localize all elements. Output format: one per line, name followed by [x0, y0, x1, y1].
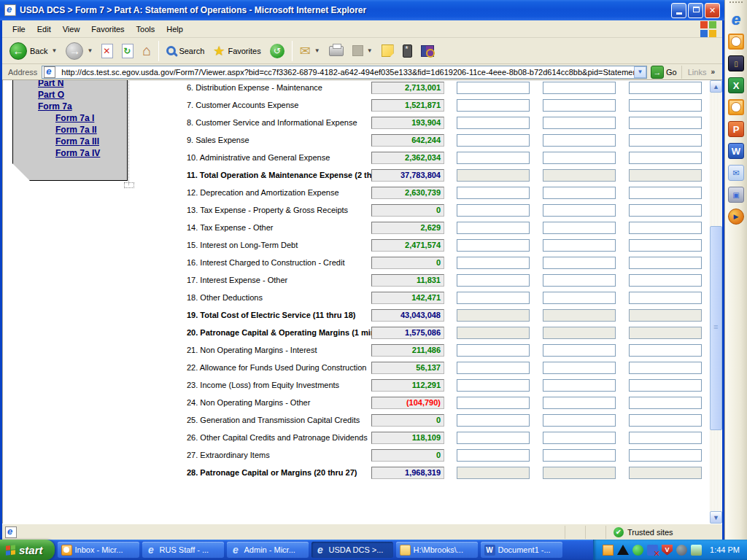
links-toolbar[interactable]: Links »: [681, 66, 721, 79]
value-field[interactable]: 1,521,871: [371, 99, 444, 112]
input-field[interactable]: [629, 362, 702, 374]
input-field[interactable]: [543, 187, 616, 199]
input-field[interactable]: [629, 82, 702, 94]
ie-icon[interactable]: e: [728, 12, 744, 28]
address-book-icon[interactable]: ▯: [728, 55, 744, 71]
input-field[interactable]: [543, 99, 616, 112]
input-field[interactable]: [543, 449, 616, 462]
value-field[interactable]: 11,831: [371, 274, 444, 287]
value-field[interactable]: 142,471: [371, 292, 444, 304]
task-button[interactable]: eRUS Staff - ...: [142, 542, 224, 558]
input-field[interactable]: [457, 344, 530, 357]
value-field[interactable]: 2,471,574: [371, 239, 444, 252]
minimize-button[interactable]: [671, 3, 686, 18]
menu-tools[interactable]: Tools: [131, 23, 161, 36]
input-field[interactable]: [629, 414, 702, 427]
input-field[interactable]: [629, 239, 702, 252]
print-button[interactable]: [325, 44, 348, 58]
clock-icon[interactable]: [728, 34, 744, 50]
input-field[interactable]: [629, 274, 702, 287]
restore-button[interactable]: [688, 3, 703, 18]
menu-edit[interactable]: Edit: [31, 23, 57, 36]
scroll-down-button[interactable]: ▼: [710, 511, 722, 524]
value-field[interactable]: 0: [371, 449, 444, 462]
update-icon[interactable]: [691, 545, 702, 556]
input-field[interactable]: [629, 292, 702, 304]
globe-icon[interactable]: [632, 545, 643, 556]
input-field[interactable]: [629, 344, 702, 357]
address-dropdown-button[interactable]: ▼: [634, 66, 646, 78]
back-button[interactable]: ← Back ▼: [5, 41, 61, 61]
input-field[interactable]: [629, 134, 702, 147]
input-field[interactable]: [543, 397, 616, 409]
input-field[interactable]: [543, 134, 616, 147]
value-field[interactable]: (104,790): [371, 397, 444, 409]
speaker-icon[interactable]: [676, 545, 687, 556]
input-field[interactable]: [543, 204, 616, 217]
input-field[interactable]: [457, 82, 530, 94]
input-field[interactable]: [457, 274, 530, 287]
input-field[interactable]: [457, 152, 530, 164]
history-button[interactable]: ↺: [266, 42, 289, 60]
scroll-thumb[interactable]: [710, 226, 722, 430]
input-field[interactable]: [543, 274, 616, 287]
input-field[interactable]: [629, 432, 702, 444]
value-field[interactable]: 642,244: [371, 134, 444, 147]
clock-icon[interactable]: [728, 99, 744, 115]
input-field[interactable]: [457, 117, 530, 129]
value-field[interactable]: 2,630,739: [371, 187, 444, 199]
word-icon[interactable]: W: [728, 143, 744, 159]
value-field[interactable]: 2,362,034: [371, 152, 444, 164]
favorites-button[interactable]: ★ Favorites: [209, 42, 265, 61]
nav-link-part-n[interactable]: Part N: [13, 80, 127, 90]
menu-file[interactable]: File: [7, 23, 31, 36]
menu-favorites[interactable]: Favorites: [85, 23, 130, 36]
value-field[interactable]: 0: [371, 414, 444, 427]
nav-link-form-7a-iii[interactable]: Form 7a III: [13, 136, 127, 148]
outlook-express-icon[interactable]: ✉: [728, 165, 744, 181]
input-field[interactable]: [457, 362, 530, 374]
network-error-icon[interactable]: [647, 545, 658, 556]
input-field[interactable]: [629, 449, 702, 462]
input-field[interactable]: [629, 379, 702, 392]
task-button[interactable]: eUSDA DCS >...: [311, 542, 393, 558]
value-field[interactable]: 0: [371, 257, 444, 269]
input-field[interactable]: [457, 449, 530, 462]
research-button[interactable]: [417, 44, 438, 58]
input-field[interactable]: [457, 397, 530, 409]
close-button[interactable]: ✕: [705, 3, 720, 18]
input-field[interactable]: [543, 432, 616, 444]
input-field[interactable]: [543, 117, 616, 129]
input-field[interactable]: [457, 239, 530, 252]
address-input[interactable]: http://dcs.test.sc.egov.usda.gov/Form7/V…: [42, 66, 647, 79]
input-field[interactable]: [457, 99, 530, 112]
input-field[interactable]: [543, 414, 616, 427]
start-button[interactable]: start: [0, 540, 55, 560]
mobile-favorite-button[interactable]: [398, 43, 417, 59]
nav-link-form-7a[interactable]: Form 7a: [13, 101, 127, 113]
input-field[interactable]: [629, 99, 702, 112]
refresh-button[interactable]: ↻: [117, 42, 138, 60]
input-field[interactable]: [543, 239, 616, 252]
nav-link-form-7a-ii[interactable]: Form 7a II: [13, 125, 127, 136]
mail-dropdown-icon[interactable]: ▼: [314, 47, 320, 54]
task-button[interactable]: WDocument1 -...: [481, 542, 562, 558]
value-field[interactable]: 37,783,804: [371, 169, 444, 182]
input-field[interactable]: [457, 204, 530, 217]
input-field[interactable]: [543, 344, 616, 357]
input-field[interactable]: [629, 117, 702, 129]
input-field[interactable]: [629, 152, 702, 164]
input-field[interactable]: [457, 257, 530, 269]
nav-link-part-o[interactable]: Part O: [13, 90, 127, 101]
back-dropdown-icon[interactable]: ▼: [51, 47, 57, 54]
edit-button[interactable]: ▼: [348, 44, 377, 58]
media-player-icon[interactable]: ▶: [728, 209, 744, 225]
edit-dropdown-icon[interactable]: ▼: [367, 47, 373, 54]
input-field[interactable]: [543, 152, 616, 164]
input-field[interactable]: [629, 222, 702, 234]
forward-button[interactable]: → ▼: [61, 41, 97, 61]
discuss-button[interactable]: [377, 43, 398, 58]
task-button[interactable]: eAdmin - Micr...: [227, 542, 309, 558]
input-field[interactable]: [629, 187, 702, 199]
value-field[interactable]: 112,291: [371, 379, 444, 392]
